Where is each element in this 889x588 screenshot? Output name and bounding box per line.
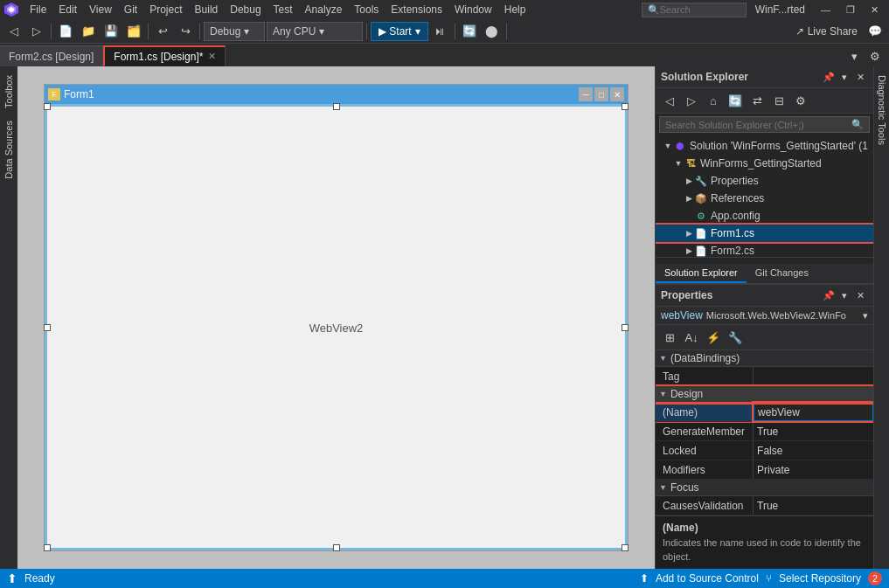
sol-collapse-btn[interactable]: ⊟ xyxy=(768,90,789,111)
tab-form1-design[interactable]: Form1.cs [Design]* ✕ xyxy=(103,45,226,66)
select-repository[interactable]: Select Repository xyxy=(779,572,861,585)
prop-tag[interactable]: Tag xyxy=(656,367,873,386)
start-button[interactable]: ▶ Start ▾ xyxy=(371,22,428,41)
prop-causesvalidation[interactable]: CausesValidation True xyxy=(656,496,873,515)
group-focus[interactable]: ▼ Focus xyxy=(656,480,873,496)
minimize-button[interactable]: — xyxy=(814,0,837,19)
handle-top-middle[interactable] xyxy=(333,103,340,110)
form-body[interactable]: WebView2 xyxy=(45,104,628,550)
redo-button[interactable]: ↪ xyxy=(175,21,196,42)
handle-bottom-left[interactable] xyxy=(44,544,51,551)
tab-form2-design[interactable]: Form2.cs [Design] xyxy=(0,45,103,66)
handle-bottom-middle[interactable] xyxy=(333,544,340,551)
close-button[interactable]: ✕ xyxy=(864,0,886,19)
menu-window[interactable]: Window xyxy=(449,2,497,17)
form-restore-btn[interactable]: □ xyxy=(594,87,608,101)
sol-home-btn[interactable]: ⌂ xyxy=(703,90,724,111)
notification-badge[interactable]: 2 xyxy=(868,571,882,585)
handle-bottom-right[interactable] xyxy=(622,544,629,551)
sol-close-button[interactable]: ✕ xyxy=(852,69,868,85)
props-options-button[interactable]: ▾ xyxy=(837,287,852,303)
tab-form1-close[interactable]: ✕ xyxy=(208,51,216,62)
design-canvas[interactable]: F Form1 ─ □ ✕ WebView2 xyxy=(17,66,655,569)
platform-dropdown[interactable]: Any CPU ▾ xyxy=(267,22,363,41)
tab-overflow-button[interactable]: ▾ xyxy=(844,45,865,66)
group-design[interactable]: ▼ Design xyxy=(656,386,873,403)
attach-button[interactable]: ⏯ xyxy=(430,21,451,42)
sol-sync-btn[interactable]: ⇄ xyxy=(747,90,767,111)
handle-top-right[interactable] xyxy=(622,103,629,110)
refresh-button[interactable]: 🔄 xyxy=(459,21,480,42)
menu-search-input[interactable] xyxy=(660,4,730,15)
tree-item-project[interactable]: ▼ 🏗 WinForms_GettingStarted xyxy=(656,155,873,172)
handle-middle-right[interactable] xyxy=(622,324,629,331)
tree-item-form2[interactable]: ▶ 📄 Form2.cs xyxy=(656,242,873,257)
menu-build[interactable]: Build xyxy=(190,2,224,17)
tree-item-solution[interactable]: ▼ ⬢ Solution 'WinForms_GettingStarted' (… xyxy=(656,137,873,155)
sol-refresh-btn[interactable]: 🔄 xyxy=(725,90,746,111)
menu-file[interactable]: File xyxy=(24,2,52,17)
props-pages-btn[interactable]: 🔧 xyxy=(725,327,746,348)
tree-item-references[interactable]: ▶ 📦 References xyxy=(656,190,873,207)
debug-config-dropdown[interactable]: Debug ▾ xyxy=(204,22,265,41)
menu-project[interactable]: Project xyxy=(144,2,187,17)
data-sources-tab[interactable]: Data Sources xyxy=(1,115,17,184)
diagnostic-tools-tab[interactable]: Diagnostic Tools xyxy=(874,70,890,150)
group-databindings[interactable]: ▼ (DataBindings) xyxy=(656,350,873,367)
form-minimize-btn[interactable]: ─ xyxy=(579,87,593,101)
props-type-dropdown[interactable]: ▾ xyxy=(863,310,868,322)
tree-item-properties[interactable]: ▶ 🔧 Properties xyxy=(656,172,873,190)
open-button[interactable]: 📁 xyxy=(78,21,99,42)
toolbox-tab[interactable]: Toolbox xyxy=(1,70,17,114)
sol-back-btn[interactable]: ◁ xyxy=(659,90,680,111)
menu-debug[interactable]: Debug xyxy=(225,2,266,17)
solution-explorer-search[interactable]: 🔍 xyxy=(659,116,870,133)
tab-settings-button[interactable]: ⚙ xyxy=(865,45,886,66)
prop-generatemember[interactable]: GenerateMember True xyxy=(656,422,873,441)
sol-options-button[interactable]: ▾ xyxy=(837,69,852,85)
props-close-button[interactable]: ✕ xyxy=(852,287,868,303)
back-button[interactable]: ◁ xyxy=(3,21,24,42)
tab-git-changes[interactable]: Git Changes xyxy=(747,264,817,283)
menu-help[interactable]: Help xyxy=(499,2,531,17)
props-pin-button[interactable]: 📌 xyxy=(821,287,837,303)
props-alpha-btn[interactable]: A↓ xyxy=(681,327,702,348)
tree-item-form1[interactable]: ▶ 📄 Form1.cs xyxy=(656,225,873,242)
menu-extensions[interactable]: Extensions xyxy=(385,2,448,17)
undo-button[interactable]: ↩ xyxy=(152,21,173,42)
prop-locked[interactable]: Locked False xyxy=(656,441,873,460)
sol-pin-button[interactable]: 📌 xyxy=(821,69,837,85)
maximize-button[interactable]: ❐ xyxy=(839,0,862,19)
prop-name-input[interactable] xyxy=(758,406,869,419)
handle-top-left[interactable] xyxy=(44,103,51,110)
prop-tag-value[interactable] xyxy=(754,367,873,385)
sol-forward-btn[interactable]: ▷ xyxy=(681,90,702,111)
menu-git[interactable]: Git xyxy=(119,2,142,17)
save-button[interactable]: 💾 xyxy=(101,21,122,42)
breakpoint-button[interactable]: ⬤ xyxy=(482,21,503,42)
new-file-button[interactable]: 📄 xyxy=(55,21,76,42)
menu-search-box[interactable]: 🔍 xyxy=(642,3,747,17)
save-all-button[interactable]: 🗂️ xyxy=(123,21,144,42)
form-close-btn[interactable]: ✕ xyxy=(610,87,624,101)
props-categories-btn[interactable]: ⊞ xyxy=(659,327,680,348)
tree-item-appconfig[interactable]: ⚙ App.config xyxy=(656,207,873,225)
feedback-button[interactable]: 💬 xyxy=(865,21,886,42)
props-events-btn[interactable]: ⚡ xyxy=(703,327,724,348)
add-to-source-control[interactable]: Add to Source Control xyxy=(656,572,759,585)
prop-modifiers[interactable]: Modifiers Private xyxy=(656,460,873,480)
sol-filter-btn[interactable]: ⚙ xyxy=(790,90,811,111)
forward-button[interactable]: ▷ xyxy=(26,21,47,42)
prop-name-row[interactable]: (Name) xyxy=(656,403,873,422)
menu-analyze[interactable]: Analyze xyxy=(300,2,348,17)
handle-middle-left[interactable] xyxy=(44,324,51,331)
menu-test[interactable]: Test xyxy=(268,2,298,17)
menu-view[interactable]: View xyxy=(84,2,117,17)
menu-tools[interactable]: Tools xyxy=(349,2,384,17)
live-share-button[interactable]: ↗ Live Share xyxy=(790,25,863,38)
tab-solution-explorer[interactable]: Solution Explorer xyxy=(656,264,747,283)
sol-search-input[interactable] xyxy=(665,120,851,130)
tree-horizontal-scrollbar[interactable] xyxy=(656,257,873,264)
prop-name-value[interactable] xyxy=(754,403,873,421)
menu-edit[interactable]: Edit xyxy=(53,2,82,17)
